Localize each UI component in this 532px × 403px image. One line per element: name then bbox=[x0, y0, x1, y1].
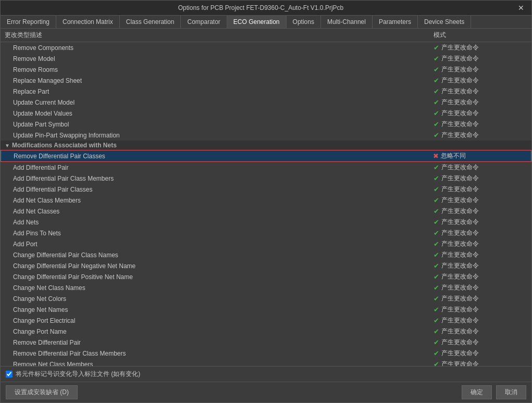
check-icon: ✔ bbox=[434, 240, 439, 248]
tab-options[interactable]: Options bbox=[287, 16, 321, 28]
row-mode: ✔产生更改命令 bbox=[434, 207, 527, 216]
table-row[interactable]: Add Differential Pair Class Members✔产生更改… bbox=[1, 173, 531, 184]
row-name-label: Remove Net Class Members bbox=[13, 361, 434, 367]
row-name-label: Add Pins To Nets bbox=[13, 230, 434, 237]
set-default-button[interactable]: 设置成安装缺省 (D) bbox=[6, 385, 78, 399]
expand-icon[interactable]: ▼ bbox=[5, 143, 10, 148]
mode-text: 产生更改命令 bbox=[441, 240, 479, 248]
column-name-header: 更改类型描述 bbox=[5, 31, 434, 40]
table-row[interactable]: Update Model Values✔产生更改命令 bbox=[1, 108, 531, 119]
table-row[interactable]: Add Port✔产生更改命令 bbox=[1, 238, 531, 249]
row-mode: ✔产生更改命令 bbox=[434, 196, 527, 205]
table-row[interactable]: Update Current Model✔产生更改命令 bbox=[1, 97, 531, 108]
check-icon: ✔ bbox=[434, 262, 439, 270]
row-mode: ✔产生更改命令 bbox=[434, 250, 527, 259]
mode-text: 产生更改命令 bbox=[441, 185, 479, 194]
row-mode: ✔产生更改命令 bbox=[434, 349, 527, 358]
mode-text: 产生更改命令 bbox=[441, 349, 479, 358]
row-mode: ✔产生更改命令 bbox=[434, 87, 527, 96]
mode-text: 产生更改命令 bbox=[441, 250, 479, 259]
row-mode: ✔产生更改命令 bbox=[434, 131, 527, 140]
table-row[interactable]: Remove Model✔产生更改命令 bbox=[1, 53, 531, 64]
table-row[interactable]: Remove Differential Pair Class Members✔产… bbox=[1, 348, 531, 359]
table-row[interactable]: Change Differential Pair Negative Net Na… bbox=[1, 260, 531, 271]
row-name-label: Add Port bbox=[13, 241, 434, 248]
table-row[interactable]: Change Port Electrical✔产生更改命令 bbox=[1, 315, 531, 326]
cancel-button[interactable]: 取消 bbox=[496, 385, 526, 399]
table-row[interactable]: Change Differential Pair Class Names✔产生更… bbox=[1, 249, 531, 260]
table-row[interactable]: Remove Rooms✔产生更改命令 bbox=[1, 64, 531, 75]
tab-device-sheets[interactable]: Device Sheets bbox=[418, 16, 471, 28]
row-name-label: Add Net Class Members bbox=[13, 197, 434, 204]
row-name-label: Replace Managed Sheet bbox=[13, 77, 434, 84]
tab-comparator[interactable]: Comparator bbox=[181, 16, 227, 28]
row-name-label: Update Part Symbol bbox=[13, 121, 434, 128]
row-name-label: Change Port Electrical bbox=[13, 317, 434, 324]
tab-eco-generation[interactable]: ECO Generation bbox=[227, 16, 287, 28]
table-row[interactable]: Replace Managed Sheet✔产生更改命令 bbox=[1, 75, 531, 86]
row-mode: ✔产生更改命令 bbox=[434, 76, 527, 85]
tab-parameters[interactable]: Parameters bbox=[373, 16, 418, 28]
mode-text: 产生更改命令 bbox=[441, 294, 479, 303]
tab-multi-channel[interactable]: Multi-Channel bbox=[321, 16, 373, 28]
table-row[interactable]: Change Port Name✔产生更改命令 bbox=[1, 326, 531, 337]
mode-text: 产生更改命令 bbox=[441, 316, 479, 325]
row-name-label: Update Pin-Part Swapping Information bbox=[13, 132, 434, 139]
ok-button[interactable]: 确定 bbox=[462, 385, 492, 399]
row-name-label: Update Model Values bbox=[13, 110, 434, 117]
footer-buttons: 设置成安装缺省 (D) 确定 取消 bbox=[1, 382, 531, 402]
row-mode: ✔产生更改命令 bbox=[434, 218, 527, 226]
table-row[interactable]: Add Differential Pair✔产生更改命令 bbox=[1, 162, 531, 173]
row-name-label: Change Differential Pair Class Names bbox=[13, 251, 434, 259]
check-icon: ✔ bbox=[434, 218, 439, 226]
row-mode: ✔产生更改命令 bbox=[434, 327, 527, 336]
tab-bar: Error ReportingConnection MatrixClass Ge… bbox=[1, 16, 531, 29]
table-row[interactable]: Remove Differential Pair Classes✖忽略不同 bbox=[1, 150, 531, 162]
table-row[interactable]: Add Net Class Members✔产生更改命令 bbox=[1, 195, 531, 206]
close-button[interactable]: ✕ bbox=[516, 4, 526, 12]
mode-text: 产生更改命令 bbox=[441, 360, 479, 366]
mode-text: 产生更改命令 bbox=[441, 65, 479, 74]
mode-text: 产生更改命令 bbox=[441, 338, 479, 347]
tab-connection-matrix[interactable]: Connection Matrix bbox=[56, 16, 120, 28]
table-row[interactable]: Add Differential Pair Classes✔产生更改命令 bbox=[1, 184, 531, 195]
row-mode: ✔产生更改命令 bbox=[434, 120, 527, 129]
check-icon: ✔ bbox=[434, 284, 439, 292]
table-row[interactable]: Change Net Colors✔产生更改命令 bbox=[1, 293, 531, 304]
table-row[interactable]: Remove Net Class Members✔产生更改命令 bbox=[1, 359, 531, 366]
table-row[interactable]: Change Net Class Names✔产生更改命令 bbox=[1, 282, 531, 293]
table-row[interactable]: Remove Differential Pair✔产生更改命令 bbox=[1, 337, 531, 348]
row-mode: ✔产生更改命令 bbox=[434, 229, 527, 237]
table-row[interactable]: Update Pin-Part Swapping Information✔产生更… bbox=[1, 130, 531, 141]
table-row[interactable]: Add Pins To Nets✔产生更改命令 bbox=[1, 228, 531, 238]
row-mode: ✔产生更改命令 bbox=[434, 261, 527, 270]
tab-error-reporting[interactable]: Error Reporting bbox=[1, 16, 56, 28]
window-title: Options for PCB Project FET-D9360-C_Auto… bbox=[6, 4, 516, 11]
mode-text: 产生更改命令 bbox=[441, 76, 479, 85]
check-icon: ✔ bbox=[434, 163, 439, 171]
table-row[interactable]: Change Differential Pair Positive Net Na… bbox=[1, 271, 531, 282]
table-body[interactable]: Remove Components✔产生更改命令Remove Model✔产生更… bbox=[1, 42, 531, 366]
table-row[interactable]: Change Net Names✔产生更改命令 bbox=[1, 304, 531, 315]
row-mode: ✔产生更改命令 bbox=[434, 109, 527, 118]
mode-text: 产生更改命令 bbox=[441, 196, 479, 205]
mode-text: 产生更改命令 bbox=[441, 207, 479, 216]
row-mode: ✔产生更改命令 bbox=[434, 54, 527, 63]
tab-class-generation[interactable]: Class Generation bbox=[120, 16, 181, 28]
row-mode: ✔产生更改命令 bbox=[434, 98, 527, 107]
row-mode: ✔产生更改命令 bbox=[434, 240, 527, 248]
mode-text: 产生更改命令 bbox=[441, 163, 479, 172]
row-name-label: Change Net Names bbox=[13, 306, 434, 313]
check-icon: ✔ bbox=[434, 185, 439, 193]
table-row[interactable]: Remove Components✔产生更改命令 bbox=[1, 42, 531, 53]
table-row[interactable]: Add Nets✔产生更改命令 bbox=[1, 217, 531, 228]
mode-text: 产生更改命令 bbox=[441, 43, 479, 52]
mode-text: 产生更改命令 bbox=[441, 229, 479, 237]
table-row[interactable]: Update Part Symbol✔产生更改命令 bbox=[1, 119, 531, 130]
mode-text: 产生更改命令 bbox=[441, 54, 479, 63]
row-mode: ✔产生更改命令 bbox=[434, 185, 527, 194]
check-icon: ✔ bbox=[434, 360, 439, 366]
table-row[interactable]: Replace Part✔产生更改命令 bbox=[1, 86, 531, 97]
import-annotation-checkbox[interactable] bbox=[6, 371, 13, 377]
table-row[interactable]: Add Net Classes✔产生更改命令 bbox=[1, 206, 531, 217]
